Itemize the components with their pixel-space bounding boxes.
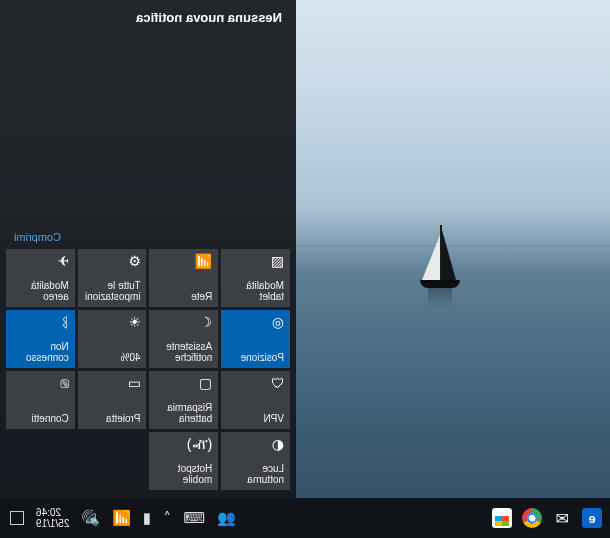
quick-action-vpn[interactable]: 🛡VPN <box>221 371 290 429</box>
focus-assist-icon: ☾ <box>156 315 213 331</box>
quick-action-brightness[interactable]: ☀40% <box>78 310 147 368</box>
clock-date: 25/1/19 <box>36 518 69 530</box>
tablet-mode-icon: ▧ <box>227 254 284 270</box>
quick-action-all-settings[interactable]: ⚙Tutte le impostazioni <box>78 249 147 307</box>
taskbar-clock[interactable]: 20:46 25/1/19 <box>36 507 69 530</box>
vpn-icon: 🛡 <box>227 376 284 392</box>
chrome-app-icon[interactable] <box>522 508 542 528</box>
quick-action-project[interactable]: ▭Proietta <box>78 371 147 429</box>
chevron-up-icon[interactable]: ˄ <box>163 509 171 527</box>
edge-app-icon[interactable]: e <box>582 508 602 528</box>
quick-action-battery-saver[interactable]: ▢Risparmia batteria <box>150 371 219 429</box>
tablet-mode-label: Modalità tablet <box>227 280 284 302</box>
connect-icon: ⎚ <box>12 376 69 392</box>
quick-action-empty-2 <box>6 432 75 490</box>
taskbar: e ✉ 👥 ⌨ ˄ ▮ 📶 🔊 20:46 25/1/19 <box>0 498 610 538</box>
collapse-button[interactable]: Comprimi <box>0 225 296 249</box>
quick-action-focus-assist[interactable]: ☾Assistente notifiche <box>150 310 219 368</box>
battery-saver-label: Risparmia batteria <box>156 402 213 424</box>
action-center-header: Nessuna nuova notifica <box>0 0 296 35</box>
quick-action-mobile-hotspot[interactable]: (ዀ)Hotspot mobile <box>150 432 219 490</box>
project-icon: ▭ <box>84 376 141 392</box>
battery-saver-icon: ▢ <box>156 376 213 392</box>
quick-action-empty-1 <box>78 432 147 490</box>
project-label: Proietta <box>84 413 141 424</box>
volume-icon[interactable]: 🔊 <box>81 509 100 527</box>
keyboard-icon[interactable]: ⌨ <box>183 509 205 527</box>
night-light-icon: ◐ <box>227 437 284 453</box>
bluetooth-icon: ᛒ <box>12 315 69 331</box>
quick-action-network[interactable]: 📶Rete <box>150 249 219 307</box>
quick-action-location[interactable]: ◎Posizione <box>221 310 290 368</box>
network-icon: 📶 <box>156 254 213 270</box>
mobile-hotspot-icon: (ዀ) <box>156 437 213 453</box>
people-icon[interactable]: 👥 <box>217 509 236 527</box>
quick-action-night-light[interactable]: ◐Luce notturna <box>221 432 290 490</box>
all-settings-label: Tutte le impostazioni <box>84 280 141 302</box>
brightness-label: 40% <box>84 352 141 363</box>
store-app-icon[interactable] <box>492 508 512 528</box>
airplane-mode-icon: ✈ <box>12 254 69 270</box>
focus-assist-label: Assistente notifiche <box>156 341 213 363</box>
vpn-label: VPN <box>227 413 284 424</box>
wifi-icon[interactable]: 📶 <box>112 509 131 527</box>
battery-icon[interactable]: ▮ <box>143 509 151 527</box>
quick-action-airplane-mode[interactable]: ✈Modalità aereo <box>6 249 75 307</box>
quick-action-tablet-mode[interactable]: ▧Modalità tablet <box>221 249 290 307</box>
location-icon: ◎ <box>227 315 284 331</box>
location-label: Posizione <box>227 352 284 363</box>
network-label: Rete <box>156 291 213 302</box>
airplane-mode-label: Modalità aereo <box>12 280 69 302</box>
mail-app-icon[interactable]: ✉ <box>552 508 572 528</box>
action-center-panel: Nessuna nuova notifica Comprimi ▧Modalit… <box>0 0 296 498</box>
quick-action-bluetooth[interactable]: ᛒNon connesso <box>6 310 75 368</box>
mobile-hotspot-label: Hotspot mobile <box>156 463 213 485</box>
connect-label: Connetti <box>12 413 69 424</box>
quick-actions-grid: ▧Modalità tablet📶Rete⚙Tutte le impostazi… <box>0 249 296 498</box>
bluetooth-label: Non connesso <box>12 341 69 363</box>
clock-time: 20:46 <box>36 507 69 519</box>
all-settings-icon: ⚙ <box>84 254 141 270</box>
brightness-icon: ☀ <box>84 315 141 331</box>
quick-action-connect[interactable]: ⎚Connetti <box>6 371 75 429</box>
night-light-label: Luce notturna <box>227 463 284 485</box>
action-center-button[interactable] <box>10 511 24 525</box>
